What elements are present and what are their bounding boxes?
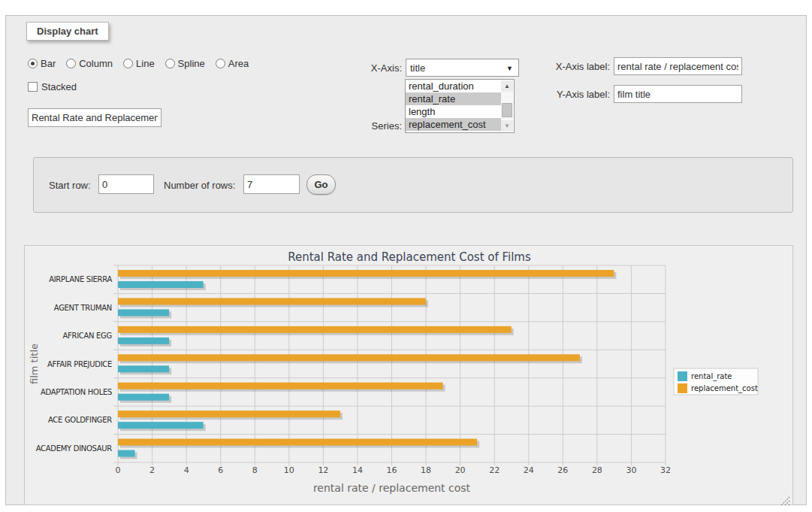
radio-spline-label: Spline (178, 58, 205, 69)
series-option-rental-rate[interactable]: rental_rate (406, 92, 501, 105)
series-option-length[interactable]: length (406, 105, 501, 118)
bar-replacement_cost (118, 270, 614, 277)
chart-grid (113, 265, 666, 465)
category-label: AFFAIR PREJUDICE (47, 360, 112, 368)
stacked-checkbox-row[interactable]: Stacked (28, 81, 77, 92)
y-axis-label-input[interactable] (614, 85, 742, 103)
category-label: ACE GOLDFINGER (48, 416, 112, 424)
series-option-rental-duration[interactable]: rental_duration (406, 80, 501, 92)
radio-area-icon[interactable] (216, 59, 225, 68)
x-tick-label: 18 (421, 465, 431, 475)
display-chart-fieldset: Display chart Bar Column Line Spline Are… (5, 15, 807, 505)
x-tick-label: 8 (252, 465, 258, 475)
start-row-label: Start row: (49, 180, 91, 191)
bar-rental_rate (118, 338, 169, 344)
radio-bar-icon[interactable] (28, 59, 38, 68)
x-tick-label: 10 (284, 465, 294, 475)
x-axis-select-value: title (410, 62, 425, 74)
radio-column-label: Column (79, 58, 113, 69)
x-tick-label: 26 (557, 465, 568, 475)
x-axis-label-input[interactable] (614, 57, 742, 75)
radio-spline[interactable]: Spline (165, 58, 205, 69)
series-option-replacement-cost[interactable]: replacement_cost (406, 118, 501, 131)
radio-area[interactable]: Area (216, 58, 249, 69)
y-axis-label-field-label: Y-Axis label: (541, 89, 610, 100)
legend-swatch-replacement_cost (678, 383, 687, 393)
legend-label: rental_rate (691, 372, 732, 381)
category-label: ACADEMY DINOSAUR (36, 444, 113, 453)
chart-container: AIRPLANE SIERRAAGENT TRUMANAFRICAN EGGAF… (24, 245, 793, 505)
x-tick-label: 24 (524, 465, 534, 475)
radio-column-icon[interactable] (66, 59, 76, 68)
legend-item-rental_rate[interactable]: rental_rate (678, 371, 732, 381)
start-row-input[interactable] (98, 174, 154, 194)
scrollbar-thumb[interactable] (502, 103, 512, 117)
category-label: AGENT TRUMAN (54, 304, 112, 312)
bar-replacement_cost (118, 326, 512, 333)
bar-replacement_cost (118, 354, 580, 361)
chart-title-input[interactable] (28, 108, 161, 127)
x-axis-select-label: X-Axis: (346, 62, 402, 74)
bar-rental_rate (118, 394, 169, 401)
chart-bars (118, 270, 616, 459)
legend-swatch-rental_rate (678, 371, 687, 381)
chart-title: Rental Rate and Replacement Cost of Film… (288, 250, 531, 264)
radio-line-label: Line (136, 58, 155, 69)
chevron-down-icon: ▼ (506, 65, 513, 72)
chart-type-radio-row: Bar Column Line Spline Area (28, 58, 255, 69)
scroll-down-icon[interactable]: ▼ (501, 120, 513, 132)
stacked-checkbox[interactable] (28, 82, 38, 92)
bar-rental_rate (118, 281, 204, 288)
number-of-rows-input[interactable] (243, 174, 300, 194)
bar-rental_rate (118, 422, 204, 429)
bar-replacement_cost (118, 439, 477, 446)
x-axis-select[interactable]: title ▼ (406, 59, 519, 77)
category-label: ADAPTATION HOLES (41, 388, 112, 396)
category-label: AFRICAN EGG (63, 332, 113, 340)
number-of-rows-label: Number of rows: (164, 180, 235, 191)
x-tick-label: 2 (149, 465, 155, 475)
x-tick-label: 32 (660, 465, 671, 475)
series-multiselect[interactable]: rental_duration rental_rate length repla… (405, 79, 515, 133)
x-axis-label-field-label: X-Axis label: (541, 61, 610, 72)
radio-spline-icon[interactable] (165, 59, 175, 68)
x-tick-label: 28 (592, 465, 602, 475)
x-tick-label: 16 (387, 465, 397, 475)
radio-column[interactable]: Column (66, 58, 113, 69)
svg-text:film title: film title (29, 344, 40, 384)
bar-rental_rate (118, 450, 135, 457)
y-axis-title: film title (29, 344, 40, 384)
fieldset-legend: Display chart (26, 22, 109, 41)
radio-bar[interactable]: Bar (28, 58, 56, 69)
radio-bar-label: Bar (41, 58, 56, 69)
category-label: AIRPLANE SIERRA (49, 275, 112, 283)
x-tick-label: 6 (218, 465, 223, 475)
bar-replacement_cost (118, 298, 426, 304)
bar-rental_rate (118, 365, 169, 372)
scroll-up-icon[interactable]: ▲ (501, 80, 513, 92)
x-tick-label: 0 (116, 465, 121, 475)
radio-area-label: Area (228, 58, 249, 69)
x-tick-label: 12 (318, 465, 328, 475)
x-tick-label: 30 (626, 465, 636, 475)
x-tick-label: 4 (184, 465, 189, 475)
x-axis-title: rental rate / replacement cost (313, 482, 471, 494)
bar-replacement_cost (118, 411, 340, 417)
legend-label: replacement_cost (691, 384, 758, 393)
x-tick-label: 22 (489, 465, 500, 475)
bar-replacement_cost (118, 383, 443, 389)
resize-handle-icon[interactable] (781, 497, 789, 505)
x-tick-label: 20 (455, 465, 466, 475)
bar-chart: AIRPLANE SIERRAAGENT TRUMANAFRICAN EGGAF… (25, 246, 794, 506)
go-button[interactable]: Go (306, 174, 336, 195)
radio-line[interactable]: Line (123, 58, 155, 69)
series-scrollbar[interactable]: ▲ ▼ (501, 80, 513, 132)
stacked-label: Stacked (41, 81, 77, 92)
series-select-label: Series: (346, 120, 402, 132)
x-tick-label: 14 (352, 465, 363, 475)
bar-rental_rate (118, 309, 169, 316)
radio-line-icon[interactable] (123, 59, 133, 68)
chart-legend: rental_ratereplacement_cost (674, 368, 758, 395)
